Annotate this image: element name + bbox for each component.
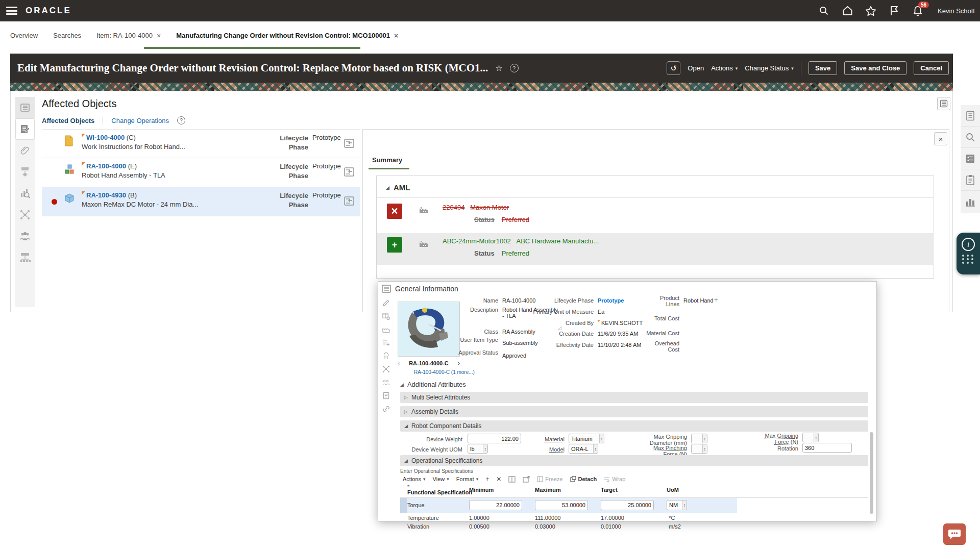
- opspec-view-menu[interactable]: View▾: [433, 476, 449, 482]
- info-icon[interactable]: i: [962, 238, 975, 251]
- removed-manufacturer-part[interactable]: 220404 Maxon Motor: [443, 204, 509, 211]
- favorite-star-icon[interactable]: ☆: [495, 63, 502, 73]
- rotation-input[interactable]: [802, 443, 852, 453]
- notes-icon[interactable]: [382, 392, 390, 399]
- attachments-rail-icon[interactable]: [15, 140, 35, 161]
- robot-component-details-bar[interactable]: ◢ Robot Component Details: [400, 420, 868, 432]
- tab-searches[interactable]: Searches: [53, 32, 81, 39]
- search-icon[interactable]: [818, 5, 829, 16]
- torque-max-input[interactable]: [535, 500, 588, 510]
- operational-specifications-bar[interactable]: ◢ Operational Specifications: [400, 455, 868, 466]
- tab-item[interactable]: Item: RA-100-4000×: [96, 32, 161, 40]
- analysis-rail-icon[interactable]: [15, 183, 35, 204]
- home-icon[interactable]: [842, 5, 853, 16]
- manufacturers-icon[interactable]: [382, 325, 390, 333]
- summary-tab[interactable]: Summary: [372, 156, 402, 164]
- close-icon[interactable]: ×: [394, 32, 398, 40]
- search-rail-icon[interactable]: [961, 127, 980, 148]
- open-side-panel-icon[interactable]: [344, 167, 354, 179]
- export-icon[interactable]: [523, 476, 530, 483]
- open-side-panel-icon[interactable]: [344, 139, 354, 150]
- item-link[interactable]: WI-100-4000 (C): [82, 134, 136, 141]
- close-panel-button[interactable]: ×: [934, 132, 947, 145]
- link-icon[interactable]: [382, 405, 390, 413]
- team-rail-icon[interactable]: [15, 226, 35, 247]
- help-icon[interactable]: ?: [510, 64, 519, 72]
- wrap-button[interactable]: Wrap: [604, 476, 625, 482]
- removed-x-icon[interactable]: ✕: [387, 204, 402, 219]
- page-info-rail-icon[interactable]: [961, 105, 980, 127]
- actions-menu[interactable]: Actions▾: [711, 64, 738, 72]
- workflow-rail-icon[interactable]: [15, 161, 35, 183]
- structure-rail-icon[interactable]: [15, 247, 35, 268]
- clipboard-rail-icon[interactable]: [961, 169, 980, 191]
- resize-handle-icon[interactable]: ◿: [558, 325, 561, 331]
- device-weight-input[interactable]: [468, 434, 521, 443]
- close-icon[interactable]: ×: [157, 32, 161, 40]
- relationships-icon[interactable]: [382, 365, 390, 373]
- carousel-next-icon[interactable]: ›: [458, 359, 460, 367]
- popup-scrollbar[interactable]: [870, 432, 873, 514]
- more-items-link[interactable]: RA-100-4000-C (1 more...): [414, 369, 475, 375]
- team-icon[interactable]: [382, 379, 390, 386]
- cancel-button[interactable]: Cancel: [914, 61, 949, 75]
- save-and-close-button[interactable]: Save and Close: [844, 61, 906, 75]
- side-panel-toggle-button[interactable]: [937, 97, 950, 110]
- multi-select-attributes-bar[interactable]: ▷ Multi Select Attributes: [400, 392, 868, 403]
- affected-objects-rail-icon[interactable]: [15, 118, 35, 140]
- columns-icon[interactable]: [508, 476, 516, 483]
- row-selector-stub[interactable]: [400, 498, 407, 513]
- chat-button[interactable]: [943, 523, 966, 545]
- lifecycle-phase-value[interactable]: Prototype: [598, 297, 624, 304]
- torque-target-input[interactable]: [601, 500, 654, 510]
- opspec-row-temperature[interactable]: Temperature 1.00000 111.00000 17.00000 °…: [400, 513, 737, 522]
- additional-attributes-header[interactable]: ◢ Additional Attributes: [400, 381, 466, 388]
- table-settings-icon[interactable]: [382, 312, 390, 320]
- open-side-panel-icon[interactable]: [344, 196, 354, 208]
- torque-uom-select[interactable]: NM↕: [667, 500, 687, 510]
- tab-affected-objects[interactable]: Affected Objects: [42, 117, 94, 124]
- device-weight-uom-select[interactable]: lb↕: [468, 444, 488, 454]
- help-icon[interactable]: ?: [177, 116, 185, 124]
- table-row-wi-100-4000[interactable]: WI-100-4000 (C) Work Instructions for Ro…: [42, 129, 360, 158]
- max-gripping-diameter-select[interactable]: ↕: [691, 434, 707, 443]
- favorites-star-icon[interactable]: [865, 5, 876, 16]
- tab-overview[interactable]: Overview: [10, 32, 38, 39]
- max-pinching-force-select[interactable]: ↕: [691, 444, 707, 454]
- max-gripping-force-select[interactable]: ↕: [802, 433, 819, 442]
- column-header-maximum[interactable]: Maximum: [535, 487, 561, 493]
- change-status-menu[interactable]: Change Status▾: [745, 64, 794, 72]
- open-menu[interactable]: Open: [688, 64, 704, 72]
- opspec-row-vibration[interactable]: Vibration 0.00500 0.03000 0.01000 m/s2: [400, 522, 737, 531]
- column-header-target[interactable]: Target: [601, 487, 618, 493]
- relationships-rail-icon[interactable]: [15, 204, 35, 226]
- drag-dots-icon[interactable]: [962, 255, 974, 264]
- edit-pencil-icon[interactable]: [382, 299, 390, 307]
- item-link[interactable]: RA-100-4930 (B): [82, 191, 137, 199]
- quality-icon[interactable]: [382, 352, 390, 360]
- delete-row-icon[interactable]: ✕: [496, 475, 501, 483]
- flag-icon[interactable]: [889, 5, 900, 16]
- opspec-actions-menu[interactable]: Actions▾: [403, 476, 426, 482]
- material-select[interactable]: Titanium↕: [569, 434, 604, 443]
- torque-min-input[interactable]: [469, 500, 522, 510]
- info-assistant-widget[interactable]: i: [957, 233, 980, 274]
- table-row-ra-100-4000[interactable]: RA-100-4000 (E) Robot Hand Assembly - TL…: [42, 158, 360, 187]
- detach-button[interactable]: Detach: [570, 476, 597, 482]
- opspec-row-torque[interactable]: Torque NM↕: [400, 498, 737, 513]
- aml-section-header[interactable]: ◢ AML: [386, 183, 410, 192]
- added-plus-icon[interactable]: +: [387, 237, 402, 253]
- table-row-ra-100-4930[interactable]: RA-100-4930 (B) Maxon ReMax DC Motor - 2…: [42, 187, 360, 216]
- notifications-bell-icon[interactable]: 56: [912, 5, 923, 16]
- freeze-button[interactable]: Freeze: [537, 476, 562, 482]
- column-header-functional-spec[interactable]: Functional Specification: [407, 489, 472, 495]
- hamburger-menu-icon[interactable]: [6, 7, 17, 15]
- checklist-rail-icon[interactable]: [961, 148, 980, 169]
- model-select[interactable]: ORA-L↕: [569, 444, 598, 454]
- add-product-line-icon[interactable]: +: [714, 296, 718, 304]
- column-header-minimum[interactable]: Minimum: [469, 487, 494, 493]
- added-manufacturer-part[interactable]: ABC-24mm-Motor1002 ABC Hardware Manufact…: [443, 237, 599, 245]
- tab-change-operations[interactable]: Change Operations: [111, 117, 169, 124]
- save-button[interactable]: Save: [808, 61, 837, 75]
- list-add-icon[interactable]: [382, 339, 390, 346]
